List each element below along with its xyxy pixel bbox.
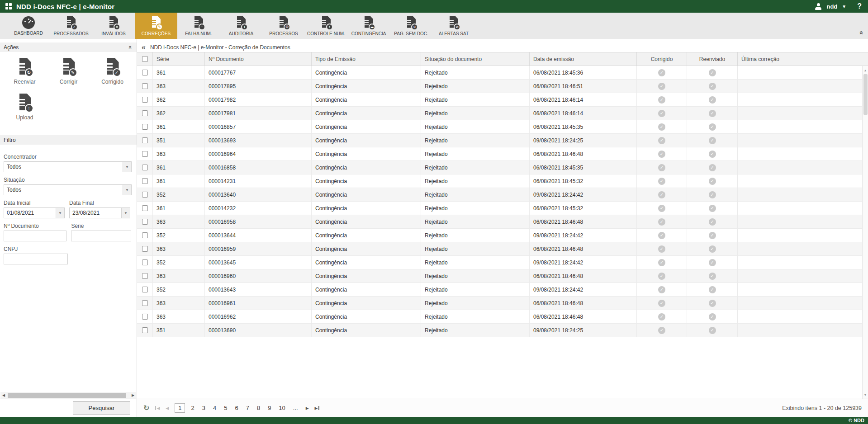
table-row[interactable]: 351000013690ContingênciaRejeitado09/08/2…	[137, 324, 868, 337]
table-row[interactable]: 352000013645ContingênciaRejeitado09/08/2…	[137, 256, 868, 269]
collapse-sidebar-icon[interactable]: «	[142, 44, 146, 51]
app-grid-icon[interactable]	[5, 3, 12, 9]
documento-input[interactable]	[4, 231, 66, 241]
search-button[interactable]: Pesquisar	[73, 401, 130, 415]
page-button-1[interactable]: 1	[175, 403, 185, 413]
row-checkbox[interactable]	[142, 137, 148, 143]
page-button-8[interactable]: 8	[255, 404, 262, 412]
page-button-4[interactable]: 4	[211, 404, 218, 412]
chevron-down-icon[interactable]: ▼	[56, 208, 64, 218]
table-row[interactable]: 363000016958ContingênciaRejeitado06/08/2…	[137, 215, 868, 229]
scroll-right-icon[interactable]: ▶	[130, 392, 136, 399]
toolbar-item-invalidos[interactable]: ×INVÁLIDOS	[92, 13, 135, 39]
page-button-7[interactable]: 7	[244, 404, 251, 412]
row-checkbox[interactable]	[142, 232, 148, 238]
row-checkbox[interactable]	[142, 219, 148, 225]
user-menu[interactable]: ndd	[826, 3, 837, 10]
row-checkbox[interactable]	[142, 246, 148, 252]
row-checkbox[interactable]	[142, 287, 148, 292]
situacao-select[interactable]: Todos ▼	[4, 184, 132, 195]
page-button-2[interactable]: 2	[189, 404, 196, 412]
action-reenviar[interactable]: ↻Reenviar	[3, 57, 47, 85]
table-row[interactable]: 363000016962ContingênciaRejeitado06/08/2…	[137, 310, 868, 324]
next-page-button[interactable]: ▶	[306, 406, 309, 410]
toolbar-item-dashboard[interactable]: DASHBOARD	[7, 13, 50, 39]
scroll-left-icon[interactable]: ◀	[0, 392, 7, 399]
chevron-down-icon[interactable]: ▼	[121, 208, 130, 218]
chevron-down-icon[interactable]: ▼	[123, 185, 131, 195]
table-row[interactable]: 361000014231ContingênciaRejeitado06/08/2…	[137, 174, 868, 188]
row-checkbox[interactable]	[142, 124, 148, 130]
table-row[interactable]: 352000013643ContingênciaRejeitado09/08/2…	[137, 283, 868, 297]
column-header-tipo-de-emissao[interactable]: Tipo de Emissão	[312, 52, 421, 66]
column-header-ultima-correcao[interactable]: Última correção	[738, 52, 862, 66]
column-header-serie[interactable]: Série	[153, 52, 205, 66]
row-checkbox[interactable]	[142, 273, 148, 279]
concentrador-select[interactable]: Todos ▼	[4, 161, 132, 172]
row-checkbox[interactable]	[142, 165, 148, 170]
row-checkbox[interactable]	[142, 83, 148, 89]
row-checkbox[interactable]	[142, 192, 148, 198]
action-corrigido[interactable]: ✓Corrigido	[90, 57, 134, 85]
row-checkbox[interactable]	[142, 327, 148, 333]
sidebar-horizontal-scrollbar[interactable]: ◀ ▶	[0, 392, 136, 399]
row-checkbox[interactable]	[142, 97, 148, 103]
collapse-actions-icon[interactable]: «	[128, 46, 133, 49]
row-checkbox[interactable]	[142, 110, 148, 116]
table-row[interactable]: 361000016857ContingênciaRejeitado06/08/2…	[137, 120, 868, 134]
data-inicial-select[interactable]: 01/08/2021 ▼	[4, 207, 65, 218]
row-checkbox[interactable]	[142, 70, 148, 75]
data-final-select[interactable]: 23/08/2021 ▼	[69, 207, 130, 218]
table-row[interactable]: 363000016960ContingênciaRejeitado06/08/2…	[137, 269, 868, 283]
toolbar-item-correcoes[interactable]: ✎CORREÇÕES	[135, 13, 177, 39]
row-checkbox[interactable]	[142, 151, 148, 157]
help-button[interactable]: ?	[857, 2, 862, 10]
page-button-10[interactable]: 10	[277, 404, 287, 412]
scroll-down-icon[interactable]: ▼	[863, 391, 868, 398]
toolbar-item-contingencia[interactable]: ☁CONTINGÊNCIA	[347, 13, 390, 39]
page-button-5[interactable]: 5	[222, 404, 229, 412]
toolbar-item-controle-num[interactable]: !CONTROLE NUM.	[305, 13, 347, 39]
table-row[interactable]: 363000016964ContingênciaRejeitado06/08/2…	[137, 147, 868, 161]
toolbar-item-falha-num[interactable]: −FALHA NUM.	[177, 13, 220, 39]
table-row[interactable]: 351000013693ContingênciaRejeitado09/08/2…	[137, 134, 868, 147]
table-row[interactable]: 352000013640ContingênciaRejeitado09/08/2…	[137, 188, 868, 202]
column-header-corrigido[interactable]: Corrigido	[637, 52, 687, 66]
serie-input[interactable]	[71, 231, 131, 241]
cnpj-input[interactable]	[4, 254, 68, 264]
chevron-down-icon[interactable]: ▼	[842, 4, 846, 9]
action-corrigir[interactable]: ✎Corrigir	[47, 57, 90, 85]
page-button-3[interactable]: 3	[200, 404, 207, 412]
table-row[interactable]: 363000016961ContingênciaRejeitado06/08/2…	[137, 297, 868, 310]
scrollbar-thumb[interactable]	[8, 393, 126, 398]
row-checkbox[interactable]	[142, 300, 148, 306]
table-row[interactable]: 362000017981ContingênciaRejeitado06/08/2…	[137, 107, 868, 120]
column-header-situacao-do-documento[interactable]: Situação do documento	[421, 52, 530, 66]
toolbar-item-processados[interactable]: ✓PROCESSADOS	[50, 13, 92, 39]
column-header-data-de-emissao[interactable]: Data de emissão	[530, 52, 637, 66]
table-row[interactable]: 352000013644ContingênciaRejeitado09/08/2…	[137, 229, 868, 242]
scrollbar-thumb[interactable]	[863, 74, 868, 115]
page-button-9[interactable]: 9	[266, 404, 273, 412]
refresh-button[interactable]: ↻	[143, 404, 149, 412]
toolbar-item-auditoria[interactable]: iAUDITORIA	[220, 13, 262, 39]
toolbar-item-alertas-sat[interactable]: ⊘ALERTAS SAT	[432, 13, 475, 39]
table-row[interactable]: 361000016858ContingênciaRejeitado06/08/2…	[137, 161, 868, 174]
collapse-toolbar-icon[interactable]: «	[860, 29, 863, 37]
row-checkbox[interactable]	[142, 178, 148, 184]
table-row[interactable]: 361000014232ContingênciaRejeitado06/08/2…	[137, 202, 868, 215]
grid-vertical-scrollbar[interactable]: ▲ ▼	[862, 66, 868, 399]
select-all-checkbox[interactable]	[142, 56, 148, 62]
table-row[interactable]: 361000017767ContingênciaRejeitado06/08/2…	[137, 66, 868, 80]
table-row[interactable]: 362000017982ContingênciaRejeitado06/08/2…	[137, 93, 868, 107]
page-button-6[interactable]: 6	[233, 404, 240, 412]
first-page-button[interactable]: ◀	[155, 406, 160, 410]
toolbar-item-pag-sem-doc[interactable]: 0PAG. SEM DOC.	[390, 13, 432, 39]
action-upload[interactable]: ↑Upload	[3, 93, 47, 121]
row-checkbox[interactable]	[142, 314, 148, 320]
toolbar-item-processos[interactable]: ⚙PROCESSOS	[262, 13, 305, 39]
table-row[interactable]: 363000017895ContingênciaRejeitado06/08/2…	[137, 80, 868, 93]
last-page-button[interactable]: ▶	[315, 406, 319, 410]
row-checkbox[interactable]	[142, 259, 148, 265]
scroll-up-icon[interactable]: ▲	[863, 67, 868, 73]
